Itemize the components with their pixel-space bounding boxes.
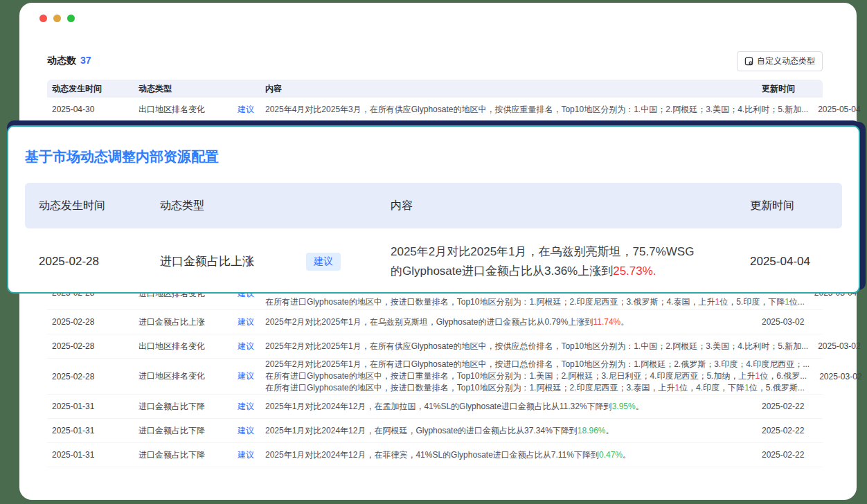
cell-occur-time: 2025-02-28 <box>47 341 138 351</box>
cell-occur-time: 2025-02-28 <box>47 317 138 327</box>
col-header-content: 内容 <box>265 83 762 95</box>
dynamics-count-label: 动态数 <box>47 55 76 66</box>
table-row: 2025-04-30 出口地区排名变化 建议 2025年4月对比2025年3月，… <box>47 98 823 122</box>
cell-update-time: 2025-02-22 <box>762 450 823 460</box>
cell-type: 出口地区排名变化 建议 <box>138 104 265 116</box>
cell-occur-time: 2025-01-31 <box>47 450 138 460</box>
ov-row-content: 2025年2月对比2025年1月，在乌兹别亮斯坦，75.7%WSG的Glypho… <box>391 242 750 281</box>
suggestion-link[interactable]: 建议 <box>238 104 254 116</box>
customize-icon <box>744 57 753 66</box>
page-header: 动态数37 自定义动态类型 <box>47 51 823 71</box>
type-label: 出口地区排名变化 <box>138 104 205 116</box>
cell-type: 进口地区排名变化 建议 <box>138 370 265 382</box>
table-row: 2025-01-31 进口金额占比下降 建议 2025年1月对比2024年12月… <box>47 395 823 419</box>
page-title: 动态数37 <box>47 55 91 67</box>
col-header-update-time: 更新时间 <box>762 83 823 95</box>
cell-update-time: 2025-02-22 <box>762 426 823 435</box>
cell-update-time: 2025-02-22 <box>762 402 823 411</box>
cell-content: 2025年4月对比2025年3月，在所有供应Glyphosate的地区中，按供应… <box>265 104 818 116</box>
suggestion-link[interactable]: 建议 <box>238 316 254 328</box>
col-header-type: 动态类型 <box>138 83 265 95</box>
table-header: 动态发生时间 动态类型 内容 更新时间 <box>47 80 823 98</box>
cell-update-time: 2025-03-02 <box>818 341 867 351</box>
suggestion-badge[interactable]: 建议 <box>306 253 341 271</box>
cell-content: 2025年1月对比2024年12月，在阿根廷，Glyphosate的进口金额占比… <box>265 425 762 437</box>
ov-col-content: 内容 <box>391 199 750 213</box>
type-label: 进口金额占比下降 <box>138 449 205 461</box>
cell-occur-time: 2025-01-31 <box>47 426 138 435</box>
suggestion-link[interactable]: 建议 <box>238 449 254 461</box>
cell-content: 2025年2月对比2025年1月，在乌兹别克斯坦，Glyphosate的进口金额… <box>265 316 762 328</box>
ov-col-update-time: 更新时间 <box>750 199 828 213</box>
type-label: 进口金额占比下降 <box>138 425 205 437</box>
table-row: 2025-02-28 进口地区排名变化 建议 2025年2月对比2025年1月，… <box>47 359 823 395</box>
suggestion-link[interactable]: 建议 <box>238 401 254 413</box>
cell-occur-time: 2025-04-30 <box>47 105 138 114</box>
customize-dynamic-types-button[interactable]: 自定义动态类型 <box>737 51 823 71</box>
table-row: 2025-01-31 进口金额占比下降 建议 2025年1月对比2024年12月… <box>47 419 823 443</box>
type-label: 进口金额占比下降 <box>138 401 205 413</box>
ov-row-update: 2025-04-04 <box>750 255 828 269</box>
col-header-occur-time: 动态发生时间 <box>47 83 138 95</box>
cell-content: 2025年1月对比2024年12月，在菲律宾，41%SL的Glyphosate进… <box>265 449 762 461</box>
suggestion-link[interactable]: 建议 <box>238 341 254 352</box>
ov-row-type: 进口金额占比上涨 <box>160 253 254 269</box>
type-label: 进口地区排名变化 <box>138 370 205 382</box>
cell-type: 进口金额占比下降 建议 <box>138 449 265 461</box>
table-row: 2025-02-28 进口金额占比上涨 建议 2025年2月对比2025年1月，… <box>47 310 823 334</box>
ov-col-type: 动态类型 <box>160 199 391 213</box>
customize-button-label: 自定义动态类型 <box>757 55 815 67</box>
type-label: 出口地区排名变化 <box>138 341 205 352</box>
ov-col-occur-time: 动态发生时间 <box>39 199 160 213</box>
cell-content: 2025年1月对比2024年12月，在孟加拉国，41%SL的Glyphosate… <box>265 401 762 413</box>
highlight-table-row: 2025-02-28 进口金额占比上涨 建议 2025年2月对比2025年1月，… <box>25 228 842 294</box>
cell-content: 2025年2月对比2025年1月，在所有供应Glyphosate的地区中，按供应… <box>265 341 818 352</box>
type-label: 进口金额占比上涨 <box>138 316 205 328</box>
highlight-panel-title: 基于市场动态调整内部资源配置 <box>25 147 859 166</box>
dynamics-count-value: 37 <box>80 55 91 66</box>
table-row: 2025-02-28 出口地区排名变化 建议 2025年2月对比2025年1月，… <box>47 334 823 359</box>
cell-type: 进口金额占比上涨 建议 <box>138 316 265 328</box>
table-row: 2025-01-31 进口金额占比下降 建议 2025年1月对比2024年12月… <box>47 443 823 467</box>
highlight-panel: 基于市场动态调整内部资源配置 动态发生时间 动态类型 内容 更新时间 2025-… <box>7 125 860 294</box>
ov-row-date: 2025-02-28 <box>39 255 160 269</box>
cell-update-time: 2025-05-04 <box>818 105 867 114</box>
cell-update-time: 2025-03-02 <box>819 372 867 381</box>
suggestion-link[interactable]: 建议 <box>238 370 254 382</box>
highlight-table-header: 动态发生时间 动态类型 内容 更新时间 <box>25 183 842 228</box>
cell-occur-time: 2025-02-28 <box>47 372 138 381</box>
cell-occur-time: 2025-01-31 <box>47 402 138 411</box>
cell-update-time: 2025-03-02 <box>762 317 823 327</box>
cell-type: 进口金额占比下降 建议 <box>138 425 265 437</box>
cell-type: 出口地区排名变化 建议 <box>138 341 265 352</box>
cell-content: 2025年2月对比2025年1月，在所有进口Glyphosate的地区中，按进口… <box>265 359 819 394</box>
cell-type: 进口金额占比下降 建议 <box>138 401 265 413</box>
suggestion-link[interactable]: 建议 <box>238 425 254 437</box>
